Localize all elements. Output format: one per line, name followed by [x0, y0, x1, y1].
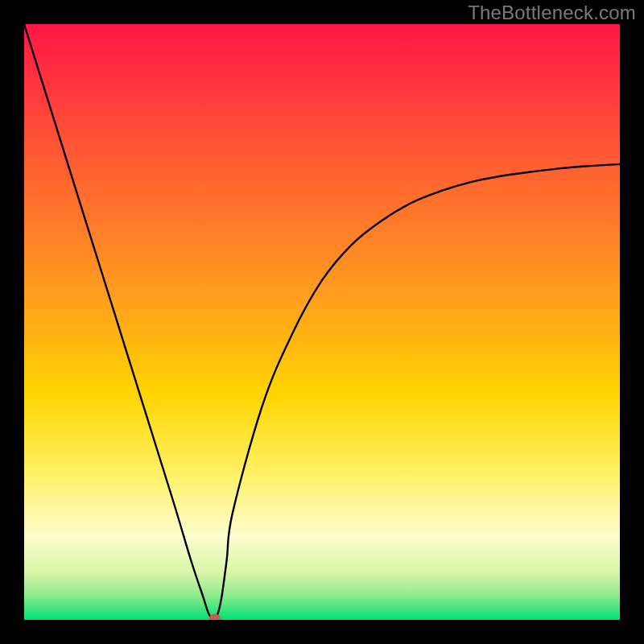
chart-frame: TheBottleneck.com: [0, 0, 644, 644]
gradient-background: [24, 24, 620, 620]
plot-area: [24, 24, 620, 620]
watermark-text: TheBottleneck.com: [468, 2, 636, 24]
chart-svg: [24, 24, 620, 620]
